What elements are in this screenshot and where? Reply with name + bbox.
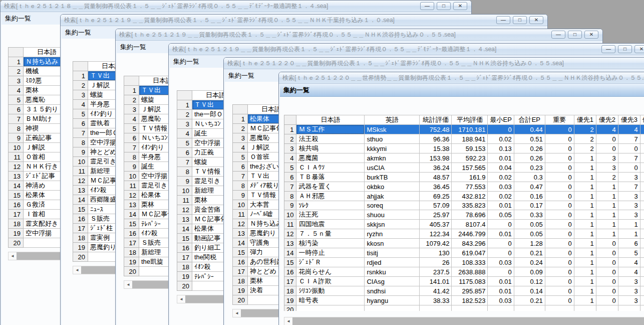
value-cell[interactable]: 0 <box>488 239 514 248</box>
japanese-cell[interactable]: ｼﾘｺﾝ振動 <box>296 286 365 296</box>
column-header[interactable]: 日本語 <box>296 115 365 125</box>
minimize-button[interactable]: — <box>420 2 434 10</box>
value-cell[interactable]: 6 <box>618 239 640 248</box>
value-cell[interactable]: 1 <box>574 153 596 163</box>
value-cell[interactable]: 0.02 <box>488 173 514 182</box>
value-cell[interactable]: 130 <box>420 248 452 258</box>
value-cell[interactable]: 8107.4 <box>452 220 488 229</box>
value-cell[interactable] <box>640 286 644 296</box>
value-cell[interactable]: 3 <box>618 173 640 182</box>
value-cell[interactable]: 2 <box>596 173 618 182</box>
value-cell[interactable]: 77.553 <box>452 182 488 192</box>
value-cell[interactable]: 0.26 <box>514 153 545 163</box>
value-cell[interactable]: 1 <box>574 296 596 305</box>
value-cell[interactable]: 41.42 <box>420 286 452 296</box>
maximize-button[interactable]: □ <box>618 45 632 53</box>
column-header[interactable]: 優先4 <box>640 115 644 125</box>
value-cell[interactable]: 0.05 <box>514 229 545 239</box>
close-button[interactable]: ✕ <box>529 16 543 24</box>
table-row[interactable]: 20 <box>284 305 644 311</box>
column-header[interactable]: 優先3 <box>618 115 640 125</box>
titlebar[interactable]: 検索[ｔｈｅ２５１２２０＿＿世界情勢＿＿質量制御再現公表１．５＿＿ｼﾞｪﾄﾞ霊界… <box>279 72 644 84</box>
english-cell[interactable]: MSksk <box>365 125 420 134</box>
value-cell[interactable] <box>618 305 640 311</box>
value-cell[interactable]: 1 <box>574 239 596 248</box>
value-cell[interactable]: 0 <box>545 173 574 182</box>
column-header[interactable]: 統計評価 <box>420 115 452 125</box>
value-cell[interactable]: 0 <box>596 258 618 267</box>
value-cell[interactable]: 48.57 <box>420 173 452 182</box>
value-cell[interactable]: 0 <box>545 220 574 229</box>
value-cell[interactable] <box>514 305 545 311</box>
japanese-cell[interactable]: ＣＩＡｳｿ <box>296 163 365 173</box>
english-cell[interactable]: burkTB <box>365 173 420 182</box>
table-row[interactable]: 5ＣＩＡｳｿusCIA36.24157.5650.040.230130 <box>284 163 644 173</box>
value-cell[interactable]: 0.33 <box>514 210 545 220</box>
value-cell[interactable]: 1 <box>596 229 618 239</box>
value-cell[interactable]: 0.21 <box>514 296 545 305</box>
value-cell[interactable]: 38.33 <box>420 296 452 305</box>
value-cell[interactable] <box>640 220 644 229</box>
value-cell[interactable]: 0.02 <box>488 134 514 144</box>
value-cell[interactable]: 1 <box>574 229 596 239</box>
maximize-button[interactable]: □ <box>437 2 451 10</box>
value-cell[interactable]: 0.05 <box>488 210 514 220</box>
column-header[interactable]: 合計EP <box>514 115 545 125</box>
value-cell[interactable]: 0.03 <box>488 182 514 192</box>
value-cell[interactable]: 96.36 <box>420 134 452 144</box>
value-cell[interactable] <box>596 305 618 311</box>
value-cell[interactable]: 1175.083 <box>452 277 488 286</box>
value-cell[interactable] <box>640 239 644 248</box>
value-cell[interactable]: 0.01 <box>488 201 514 210</box>
value-cell[interactable]: 59.153 <box>452 144 488 153</box>
value-cell[interactable] <box>640 258 644 267</box>
value-cell[interactable]: 1 <box>618 229 640 239</box>
maximize-button[interactable]: □ <box>568 31 582 39</box>
value-cell[interactable]: 0.14 <box>514 286 545 296</box>
value-cell[interactable] <box>640 125 644 134</box>
table-row[interactable]: 3核共鳴kkkymi15.3859.1530.130.260200 <box>284 144 644 153</box>
scroll-thumb[interactable] <box>292 317 644 325</box>
value-cell[interactable]: 0.01 <box>488 153 514 163</box>
english-cell[interactable]: sndhsi <box>365 286 420 296</box>
value-cell[interactable]: 1 <box>574 182 596 192</box>
table-row[interactable]: 13核汚染kkosn1079.42843.29601.280106 <box>284 239 644 248</box>
english-cell[interactable]: soreq <box>365 201 420 210</box>
minimize-button[interactable]: — <box>496 16 510 24</box>
value-cell[interactable]: 4 <box>618 267 640 277</box>
table-row[interactable]: 17ＣＩＡ詐欺CIAsg141.011175.0830.010.120103 <box>284 277 644 286</box>
column-header[interactable]: 英語 <box>365 115 420 125</box>
value-cell[interactable]: 2 <box>574 144 596 153</box>
table-row[interactable]: 9ｿﾚｸsoreq57.09335.8230.010.170113 <box>284 201 644 210</box>
value-cell[interactable]: 161.9 <box>452 173 488 182</box>
column-header[interactable]: 重要 <box>545 115 574 125</box>
close-button[interactable]: ✕ <box>584 31 598 39</box>
value-cell[interactable]: 1 <box>574 201 596 210</box>
titlebar[interactable]: 検索[ｔｈｅ２５１２１９＿＿質量制御再現公表１．５＿＿ｼﾞｪﾄﾞ霊界ﾗｼﾞｵ再現… <box>169 44 644 55</box>
value-cell[interactable]: 122.34 <box>420 229 452 239</box>
value-cell[interactable] <box>452 305 488 311</box>
english-cell[interactable]: sthuo <box>365 134 420 144</box>
value-cell[interactable]: 1710.181 <box>452 125 488 134</box>
japanese-cell[interactable]: 一時停止 <box>296 248 365 258</box>
table-row[interactable]: 12７．５ｎ量ryzhn122.342446.7990.010.050111 <box>284 229 644 239</box>
value-cell[interactable]: 1 <box>618 220 640 229</box>
japanese-cell[interactable]: 四国地震 <box>296 220 365 229</box>
japanese-cell[interactable]: 法王死 <box>296 210 365 220</box>
value-cell[interactable]: 0.03 <box>488 296 514 305</box>
value-cell[interactable]: 153.98 <box>420 153 452 163</box>
english-cell[interactable]: akmkn <box>365 153 420 163</box>
value-cell[interactable]: 36.45 <box>420 182 452 192</box>
value-cell[interactable]: 0 <box>545 210 574 220</box>
table-row[interactable]: 7武器を置くokbko36.4577.5530.030.470117 <box>284 182 644 192</box>
value-cell[interactable]: 157.565 <box>452 163 488 173</box>
value-cell[interactable]: 26 <box>420 258 452 267</box>
table-row[interactable]: 11四国地震skkjsn405.378107.400.050111 <box>284 220 644 229</box>
table-row[interactable]: 18ｼﾘｺﾝ振動sndhsi41.42295.8570.010.140103 <box>284 286 644 296</box>
value-cell[interactable]: 0.01 <box>488 277 514 286</box>
scroll-left-arrow-icon[interactable]: ◄ <box>73 266 81 274</box>
value-cell[interactable]: 0 <box>545 125 574 134</box>
value-cell[interactable]: 1 <box>596 192 618 201</box>
value-cell[interactable]: 592.23 <box>452 153 488 163</box>
value-cell[interactable]: 5 <box>618 248 640 258</box>
